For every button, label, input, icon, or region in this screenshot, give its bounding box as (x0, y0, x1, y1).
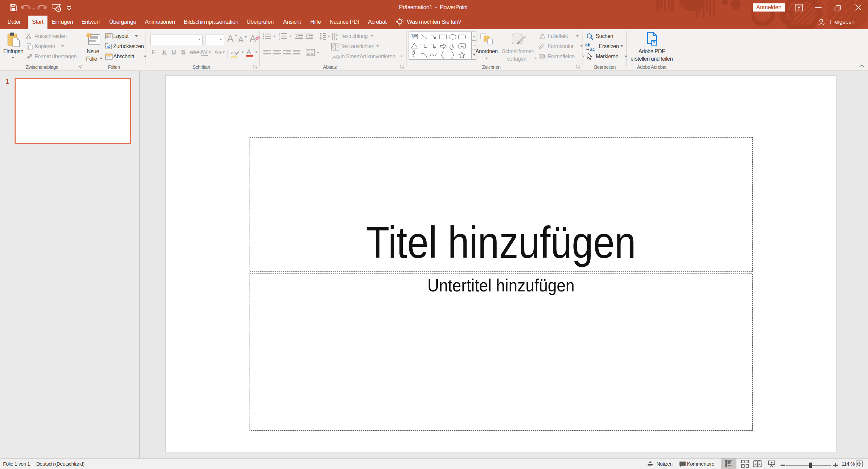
svg-text:3: 3 (279, 38, 280, 40)
svg-text:1: 1 (279, 33, 280, 35)
svg-text:A: A (412, 35, 414, 38)
svg-text:2: 2 (279, 35, 280, 38)
svg-text:ab: ab (585, 43, 590, 47)
svg-text:ab: ab (231, 50, 236, 55)
svg-text:ac: ac (590, 47, 595, 52)
svg-text:A: A (335, 33, 338, 37)
